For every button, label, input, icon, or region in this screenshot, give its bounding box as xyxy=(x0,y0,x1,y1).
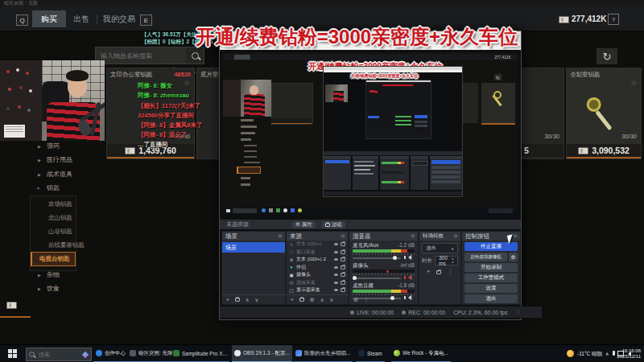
weather-text[interactable]: -11°C 晴朗 xyxy=(577,351,602,358)
sidebar-item-tactical[interactable]: 战术道具 xyxy=(47,170,72,179)
tab-buy[interactable]: 购买 xyxy=(32,10,66,27)
kebab-menu-icon[interactable]: ⋮ xyxy=(448,269,453,275)
up-icon[interactable]: ∧ xyxy=(246,297,250,303)
help-button[interactable]: ? xyxy=(608,14,619,25)
taskbar-app-creator-center[interactable]: 创作中心 xyxy=(93,345,128,362)
kebab-menu-icon[interactable]: ⋮ xyxy=(516,309,522,315)
card-underline xyxy=(567,157,641,158)
chevron-right-icon: ▶ xyxy=(38,273,41,278)
start-recording-button[interactable]: 开始录制 xyxy=(464,263,518,272)
sidebar-item-medical[interactable]: 医疗用品 xyxy=(47,155,72,164)
source-row[interactable]: ▤游戏采集 xyxy=(287,279,348,287)
sidebar-item-keys[interactable]: 钥匙 xyxy=(47,183,60,192)
eye-icon[interactable] xyxy=(334,243,338,245)
taskbar-search-box[interactable] xyxy=(26,348,92,361)
lock-icon[interactable] xyxy=(341,242,345,246)
trash-icon[interactable] xyxy=(235,298,240,302)
down-icon[interactable]: ∨ xyxy=(329,297,333,303)
sidebar-item-misc[interactable]: 杂物 xyxy=(47,270,60,279)
duration-spinbox[interactable]: 300 ms ∧∨ xyxy=(435,256,458,265)
taskbar-app-arena-breakout[interactable]: 暗区突围: 无限 xyxy=(127,345,175,362)
lock-icon[interactable] xyxy=(341,288,345,292)
exit-button[interactable]: 退出 xyxy=(464,294,518,303)
lock-icon[interactable] xyxy=(341,257,345,261)
item-search-box[interactable] xyxy=(95,47,204,64)
source-row[interactable]: A文本 (GDI+) 2 xyxy=(287,256,348,264)
virtual-camera-gear-button[interactable]: ⚙ xyxy=(509,253,518,261)
favorite-star-icon[interactable]: ☆ xyxy=(184,79,190,87)
clock-time: 16:16:06 xyxy=(610,348,641,354)
tab-my-trades[interactable]: 我的交易 xyxy=(101,10,137,27)
dock-icon[interactable]: ⧉ xyxy=(411,233,415,239)
obs-window[interactable]: — □ × 277,412K 开通/续费钻粉=3000亲密度+永久车位 xyxy=(219,31,522,320)
dock-icon[interactable]: ⧉ xyxy=(341,233,345,239)
kebab-menu-icon[interactable]: ⋮ xyxy=(410,254,415,261)
item-card-planning-room-key[interactable]: 企划室钥匙 ☆ 30/30 3,090,532 xyxy=(566,68,642,159)
taskbar-app-obs[interactable]: OBS 29.1.3 - 配置... xyxy=(232,345,292,362)
start-button[interactable] xyxy=(8,349,17,358)
filters-button[interactable]: 滤镜 xyxy=(322,221,345,228)
volume-slider[interactable] xyxy=(353,276,357,280)
trash-icon[interactable] xyxy=(436,270,441,274)
properties-label: 属性 xyxy=(302,221,312,228)
taskbar-clock[interactable]: 16:16:06 2025/12/11 xyxy=(610,348,641,360)
sidebar-item-tvstation-keys[interactable]: 电视台钥匙 xyxy=(31,252,76,266)
source-row[interactable]: A文本 (GDI+) xyxy=(287,241,348,249)
hotkey-e-badge: E xyxy=(140,14,152,26)
properties-button[interactable]: ⚙ 属性 xyxy=(292,221,316,228)
eye-icon[interactable] xyxy=(334,282,338,284)
lock-icon[interactable] xyxy=(341,281,345,285)
down-icon[interactable]: ∨ xyxy=(255,297,259,303)
up-icon[interactable]: ∧ xyxy=(320,297,324,303)
kebab-menu-icon[interactable]: ⋮ xyxy=(410,274,415,281)
taskbar-app-samplitude[interactable]: Samplitude Pro X... xyxy=(171,345,229,362)
search-input[interactable] xyxy=(96,52,175,60)
search-button[interactable] xyxy=(186,47,204,64)
eye-icon[interactable] xyxy=(334,251,338,253)
trash-icon[interactable] xyxy=(299,298,304,302)
dock-icon[interactable]: ⧉ xyxy=(279,233,282,239)
weather-icon[interactable] xyxy=(567,350,574,357)
source-row[interactable]: ▣摄像头 xyxy=(287,271,348,279)
settings-button[interactable]: 设置 xyxy=(464,284,518,293)
refresh-button[interactable]: ↻ xyxy=(597,48,617,64)
sidebar-item-farm-keys[interactable]: 农场钥匙 xyxy=(48,200,72,208)
eye-icon[interactable] xyxy=(334,266,338,269)
obs-preview[interactable]: 277,412K 开通/续费钻粉=3000亲密度+永久车位 xyxy=(220,50,521,220)
lock-icon[interactable] xyxy=(341,273,345,277)
add-icon[interactable]: + xyxy=(291,297,294,302)
scene-item[interactable]: 场景 xyxy=(222,242,285,253)
tab-sell[interactable]: 出售 xyxy=(69,10,93,27)
lock-icon[interactable] xyxy=(341,265,345,269)
favorite-star-icon[interactable]: ☆ xyxy=(630,79,637,87)
studio-mode-button[interactable]: 工作室模式 xyxy=(464,274,518,282)
spinner-icons[interactable]: ∧∨ xyxy=(452,257,454,264)
add-icon[interactable]: + xyxy=(226,297,229,302)
taskbar-app-steam[interactable]: Steam xyxy=(356,345,385,362)
taskbar-search-input[interactable] xyxy=(37,351,77,358)
volume-slider[interactable] xyxy=(393,256,397,260)
source-row[interactable]: ▢显示器采集 xyxy=(287,286,348,294)
dock-icon[interactable]: ⧉ xyxy=(454,233,457,239)
gear-icon[interactable]: ⚙ xyxy=(353,297,358,303)
sidebar-item-valley-keys[interactable]: 山谷钥匙 xyxy=(48,228,72,236)
kebab-menu-icon[interactable]: ⋮ xyxy=(364,297,369,303)
eye-icon[interactable] xyxy=(334,289,338,291)
source-row[interactable]: ●伴侣 xyxy=(287,264,348,272)
add-icon[interactable]: + xyxy=(427,269,430,275)
taskbar-app-chat-room[interactable]: 陈墨的永无乡唱唱... xyxy=(293,345,353,362)
eye-icon[interactable] xyxy=(334,274,338,276)
gear-icon[interactable]: ⚙ xyxy=(310,297,315,303)
sidebar-item-frontline-keys[interactable]: 前线要塞钥匙 xyxy=(48,241,85,249)
virtual-camera-button[interactable]: 启动虚拟摄像机 xyxy=(464,253,507,261)
sidebar-item-ammo[interactable]: 弹药 xyxy=(47,142,60,150)
eye-icon[interactable] xyxy=(334,258,338,261)
dock-icon[interactable]: ⧉ xyxy=(514,233,517,239)
tray-chevron-icon[interactable]: ∧ xyxy=(605,351,609,356)
taskbar-app-werock[interactable]: We Rock - 专属电... xyxy=(391,345,451,362)
transition-select[interactable]: 淡出 ∨ xyxy=(422,243,458,253)
sidebar-item-northridge-keys[interactable]: 北山钥匙 xyxy=(48,214,72,222)
sidebar-item-food[interactable]: 饮食 xyxy=(47,284,60,293)
lock-icon[interactable] xyxy=(341,250,345,254)
source-row[interactable]: ▢窗口采集 xyxy=(287,249,348,257)
